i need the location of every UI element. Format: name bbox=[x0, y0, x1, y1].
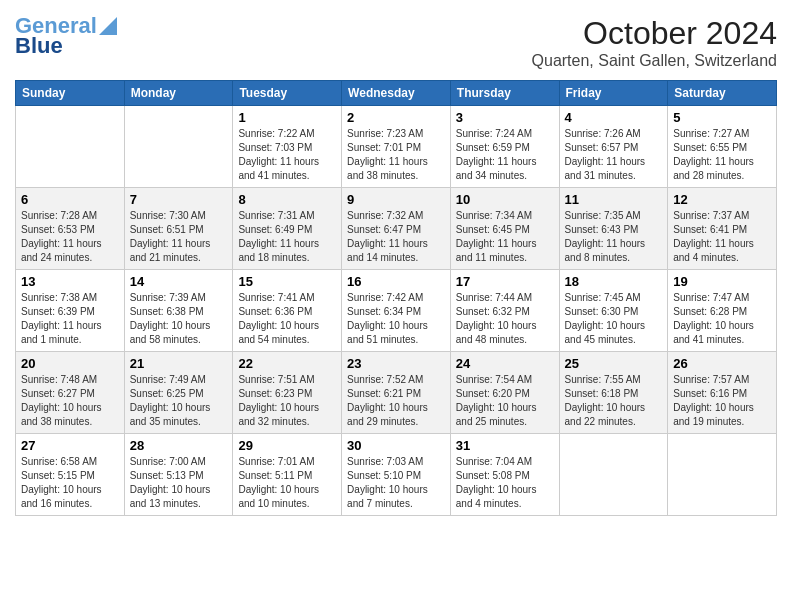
day-info: Sunrise: 6:58 AM Sunset: 5:15 PM Dayligh… bbox=[21, 455, 119, 511]
calendar-cell: 17Sunrise: 7:44 AM Sunset: 6:32 PM Dayli… bbox=[450, 270, 559, 352]
calendar-cell: 5Sunrise: 7:27 AM Sunset: 6:55 PM Daylig… bbox=[668, 106, 777, 188]
calendar-cell: 25Sunrise: 7:55 AM Sunset: 6:18 PM Dayli… bbox=[559, 352, 668, 434]
day-number: 14 bbox=[130, 274, 228, 289]
day-info: Sunrise: 7:57 AM Sunset: 6:16 PM Dayligh… bbox=[673, 373, 771, 429]
day-info: Sunrise: 7:38 AM Sunset: 6:39 PM Dayligh… bbox=[21, 291, 119, 347]
calendar-cell: 7Sunrise: 7:30 AM Sunset: 6:51 PM Daylig… bbox=[124, 188, 233, 270]
day-info: Sunrise: 7:35 AM Sunset: 6:43 PM Dayligh… bbox=[565, 209, 663, 265]
day-info: Sunrise: 7:32 AM Sunset: 6:47 PM Dayligh… bbox=[347, 209, 445, 265]
weekday-header-row: SundayMondayTuesdayWednesdayThursdayFrid… bbox=[16, 81, 777, 106]
calendar-cell: 15Sunrise: 7:41 AM Sunset: 6:36 PM Dayli… bbox=[233, 270, 342, 352]
calendar-cell: 10Sunrise: 7:34 AM Sunset: 6:45 PM Dayli… bbox=[450, 188, 559, 270]
calendar-cell: 30Sunrise: 7:03 AM Sunset: 5:10 PM Dayli… bbox=[342, 434, 451, 516]
day-number: 15 bbox=[238, 274, 336, 289]
day-number: 25 bbox=[565, 356, 663, 371]
day-number: 10 bbox=[456, 192, 554, 207]
logo-triangle-icon bbox=[99, 17, 117, 35]
day-info: Sunrise: 7:37 AM Sunset: 6:41 PM Dayligh… bbox=[673, 209, 771, 265]
day-number: 4 bbox=[565, 110, 663, 125]
calendar-cell: 13Sunrise: 7:38 AM Sunset: 6:39 PM Dayli… bbox=[16, 270, 125, 352]
day-info: Sunrise: 7:22 AM Sunset: 7:03 PM Dayligh… bbox=[238, 127, 336, 183]
calendar-cell: 20Sunrise: 7:48 AM Sunset: 6:27 PM Dayli… bbox=[16, 352, 125, 434]
calendar-cell: 31Sunrise: 7:04 AM Sunset: 5:08 PM Dayli… bbox=[450, 434, 559, 516]
calendar-cell: 21Sunrise: 7:49 AM Sunset: 6:25 PM Dayli… bbox=[124, 352, 233, 434]
day-info: Sunrise: 7:48 AM Sunset: 6:27 PM Dayligh… bbox=[21, 373, 119, 429]
calendar-cell: 29Sunrise: 7:01 AM Sunset: 5:11 PM Dayli… bbox=[233, 434, 342, 516]
calendar-cell: 6Sunrise: 7:28 AM Sunset: 6:53 PM Daylig… bbox=[16, 188, 125, 270]
day-info: Sunrise: 7:01 AM Sunset: 5:11 PM Dayligh… bbox=[238, 455, 336, 511]
calendar-cell: 4Sunrise: 7:26 AM Sunset: 6:57 PM Daylig… bbox=[559, 106, 668, 188]
day-number: 1 bbox=[238, 110, 336, 125]
day-number: 5 bbox=[673, 110, 771, 125]
weekday-header-monday: Monday bbox=[124, 81, 233, 106]
day-info: Sunrise: 7:30 AM Sunset: 6:51 PM Dayligh… bbox=[130, 209, 228, 265]
calendar-cell: 3Sunrise: 7:24 AM Sunset: 6:59 PM Daylig… bbox=[450, 106, 559, 188]
day-number: 16 bbox=[347, 274, 445, 289]
week-row-5: 27Sunrise: 6:58 AM Sunset: 5:15 PM Dayli… bbox=[16, 434, 777, 516]
day-info: Sunrise: 7:27 AM Sunset: 6:55 PM Dayligh… bbox=[673, 127, 771, 183]
month-title: October 2024 bbox=[532, 15, 777, 52]
logo: General Blue bbox=[15, 15, 117, 59]
calendar-cell: 2Sunrise: 7:23 AM Sunset: 7:01 PM Daylig… bbox=[342, 106, 451, 188]
calendar-cell: 9Sunrise: 7:32 AM Sunset: 6:47 PM Daylig… bbox=[342, 188, 451, 270]
day-number: 3 bbox=[456, 110, 554, 125]
weekday-header-tuesday: Tuesday bbox=[233, 81, 342, 106]
day-info: Sunrise: 7:47 AM Sunset: 6:28 PM Dayligh… bbox=[673, 291, 771, 347]
day-info: Sunrise: 7:03 AM Sunset: 5:10 PM Dayligh… bbox=[347, 455, 445, 511]
weekday-header-friday: Friday bbox=[559, 81, 668, 106]
calendar-table: SundayMondayTuesdayWednesdayThursdayFrid… bbox=[15, 80, 777, 516]
day-info: Sunrise: 7:42 AM Sunset: 6:34 PM Dayligh… bbox=[347, 291, 445, 347]
header: General Blue October 2024 Quarten, Saint… bbox=[15, 15, 777, 70]
day-info: Sunrise: 7:51 AM Sunset: 6:23 PM Dayligh… bbox=[238, 373, 336, 429]
day-info: Sunrise: 7:41 AM Sunset: 6:36 PM Dayligh… bbox=[238, 291, 336, 347]
day-number: 30 bbox=[347, 438, 445, 453]
day-info: Sunrise: 7:55 AM Sunset: 6:18 PM Dayligh… bbox=[565, 373, 663, 429]
day-number: 7 bbox=[130, 192, 228, 207]
title-section: October 2024 Quarten, Saint Gallen, Swit… bbox=[532, 15, 777, 70]
day-info: Sunrise: 7:26 AM Sunset: 6:57 PM Dayligh… bbox=[565, 127, 663, 183]
calendar-cell: 26Sunrise: 7:57 AM Sunset: 6:16 PM Dayli… bbox=[668, 352, 777, 434]
day-number: 8 bbox=[238, 192, 336, 207]
day-info: Sunrise: 7:45 AM Sunset: 6:30 PM Dayligh… bbox=[565, 291, 663, 347]
day-number: 23 bbox=[347, 356, 445, 371]
location-title: Quarten, Saint Gallen, Switzerland bbox=[532, 52, 777, 70]
calendar-cell bbox=[668, 434, 777, 516]
calendar-cell: 11Sunrise: 7:35 AM Sunset: 6:43 PM Dayli… bbox=[559, 188, 668, 270]
calendar-cell bbox=[559, 434, 668, 516]
day-number: 29 bbox=[238, 438, 336, 453]
day-info: Sunrise: 7:34 AM Sunset: 6:45 PM Dayligh… bbox=[456, 209, 554, 265]
week-row-2: 6Sunrise: 7:28 AM Sunset: 6:53 PM Daylig… bbox=[16, 188, 777, 270]
weekday-header-wednesday: Wednesday bbox=[342, 81, 451, 106]
day-number: 12 bbox=[673, 192, 771, 207]
calendar-cell bbox=[124, 106, 233, 188]
calendar-body: 1Sunrise: 7:22 AM Sunset: 7:03 PM Daylig… bbox=[16, 106, 777, 516]
day-info: Sunrise: 7:04 AM Sunset: 5:08 PM Dayligh… bbox=[456, 455, 554, 511]
day-info: Sunrise: 7:31 AM Sunset: 6:49 PM Dayligh… bbox=[238, 209, 336, 265]
day-number: 31 bbox=[456, 438, 554, 453]
day-number: 11 bbox=[565, 192, 663, 207]
day-info: Sunrise: 7:23 AM Sunset: 7:01 PM Dayligh… bbox=[347, 127, 445, 183]
week-row-3: 13Sunrise: 7:38 AM Sunset: 6:39 PM Dayli… bbox=[16, 270, 777, 352]
calendar-cell: 22Sunrise: 7:51 AM Sunset: 6:23 PM Dayli… bbox=[233, 352, 342, 434]
day-info: Sunrise: 7:54 AM Sunset: 6:20 PM Dayligh… bbox=[456, 373, 554, 429]
weekday-header-sunday: Sunday bbox=[16, 81, 125, 106]
week-row-1: 1Sunrise: 7:22 AM Sunset: 7:03 PM Daylig… bbox=[16, 106, 777, 188]
day-info: Sunrise: 7:24 AM Sunset: 6:59 PM Dayligh… bbox=[456, 127, 554, 183]
day-number: 24 bbox=[456, 356, 554, 371]
day-number: 28 bbox=[130, 438, 228, 453]
calendar-cell: 14Sunrise: 7:39 AM Sunset: 6:38 PM Dayli… bbox=[124, 270, 233, 352]
calendar-cell: 1Sunrise: 7:22 AM Sunset: 7:03 PM Daylig… bbox=[233, 106, 342, 188]
day-number: 2 bbox=[347, 110, 445, 125]
day-info: Sunrise: 7:44 AM Sunset: 6:32 PM Dayligh… bbox=[456, 291, 554, 347]
day-number: 27 bbox=[21, 438, 119, 453]
day-number: 13 bbox=[21, 274, 119, 289]
svg-marker-0 bbox=[99, 17, 117, 35]
day-info: Sunrise: 7:49 AM Sunset: 6:25 PM Dayligh… bbox=[130, 373, 228, 429]
day-number: 9 bbox=[347, 192, 445, 207]
calendar-cell: 16Sunrise: 7:42 AM Sunset: 6:34 PM Dayli… bbox=[342, 270, 451, 352]
calendar-cell: 27Sunrise: 6:58 AM Sunset: 5:15 PM Dayli… bbox=[16, 434, 125, 516]
day-number: 26 bbox=[673, 356, 771, 371]
day-number: 18 bbox=[565, 274, 663, 289]
day-info: Sunrise: 7:52 AM Sunset: 6:21 PM Dayligh… bbox=[347, 373, 445, 429]
day-number: 21 bbox=[130, 356, 228, 371]
